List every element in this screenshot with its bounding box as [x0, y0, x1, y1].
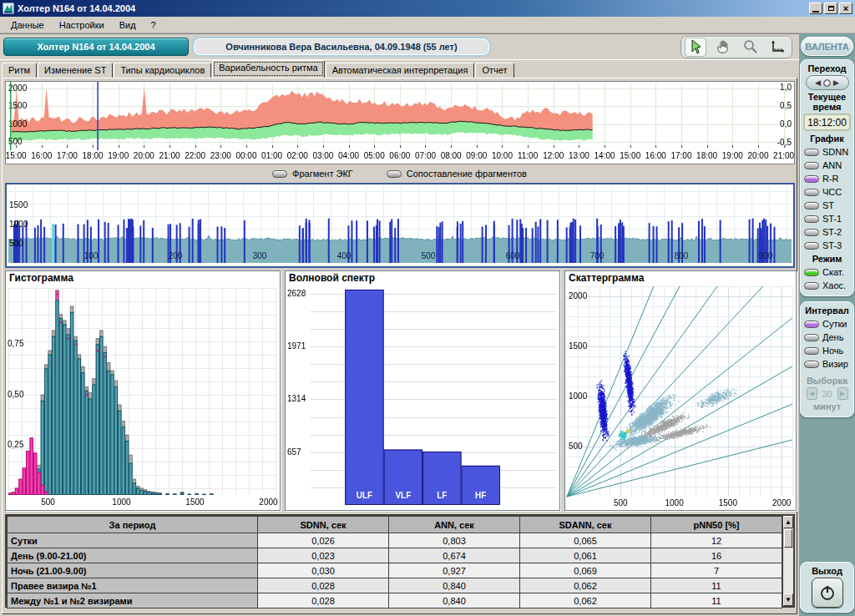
scattergram-canvas[interactable]	[565, 285, 796, 508]
prev-arrow-icon[interactable]: ◀	[815, 78, 821, 87]
value-cell: 0,062	[520, 593, 651, 608]
option-день[interactable]: День	[802, 331, 852, 344]
sample-prev-icon[interactable]: ◀	[807, 387, 817, 400]
period-cell: Ночь (21.00-9.00)	[8, 563, 258, 578]
histogram-canvas[interactable]	[6, 285, 280, 508]
transition-control[interactable]: ◀▶	[806, 75, 849, 90]
window-title: Холтер N164 от 14.04.2004	[18, 3, 809, 13]
led-icon	[804, 229, 819, 236]
scattergram-title: Скаттерграмма	[565, 271, 796, 285]
close-button[interactable]: ×	[839, 3, 852, 14]
value-cell: 0,674	[389, 548, 520, 563]
led-icon	[804, 269, 819, 276]
current-time-label: Текущее время	[802, 92, 852, 112]
value-cell: 0,062	[520, 578, 651, 593]
value-cell: 0,840	[389, 593, 520, 608]
rr-strip-canvas[interactable]	[7, 184, 793, 265]
value-cell: 0,061	[520, 548, 651, 563]
option-sdnn[interactable]: SDNN	[802, 145, 852, 159]
exit-panel: Выход	[800, 562, 854, 613]
option-ann[interactable]: ANN	[802, 159, 852, 172]
header-bar: Холтер N164 от 14.04.2004 Овчинникова Ве…	[0, 33, 799, 60]
value-cell: 0,026	[258, 533, 389, 548]
value-cell: 0,023	[258, 548, 389, 563]
option-st[interactable]: ST	[802, 199, 852, 212]
close-icon: ×	[843, 4, 848, 13]
table-row[interactable]: День (9.00-21.00)0,0230,6740,06116	[8, 548, 782, 563]
option-визир[interactable]: Визир	[802, 357, 852, 371]
menu-item-1[interactable]: Данные	[3, 18, 52, 32]
zoom-tool-button[interactable]	[740, 38, 761, 57]
exit-button[interactable]	[812, 578, 843, 608]
scroll-up-icon[interactable]: ▲	[783, 516, 793, 528]
value-cell: 11	[651, 578, 782, 593]
value-cell: 0,840	[389, 578, 520, 593]
cursor-tool-button[interactable]	[685, 38, 706, 57]
sidebar: ВАЛЕНТА Переход ◀▶ Текущее время 18:12:0…	[799, 33, 855, 616]
led-icon	[804, 189, 819, 196]
table-row[interactable]: Сутки0,0260,8030,06512	[8, 533, 782, 548]
minimize-icon	[812, 11, 819, 13]
menu-bar: ДанныеНастройкиВид?	[0, 17, 855, 33]
option-st-2[interactable]: ST-2	[802, 225, 852, 239]
tab-3[interactable]: Типы кардиоциклов	[114, 63, 211, 78]
led-icon	[804, 321, 819, 328]
study-button[interactable]: Холтер N164 от 14.04.2004	[3, 38, 189, 56]
led-icon	[804, 175, 819, 183]
led-icon	[804, 334, 819, 341]
scroll-down-icon[interactable]: ▼	[783, 593, 793, 606]
pan-tool-button[interactable]	[712, 38, 734, 57]
menu-item-3[interactable]: Вид	[112, 18, 144, 32]
rr-strip-chart	[5, 183, 795, 268]
value-cell: 0,069	[520, 563, 651, 578]
value-cell: 0,028	[258, 593, 389, 608]
table-row[interactable]: Между №1 и №2 визирами0,0280,8400,06211	[8, 593, 782, 608]
sample-unit: минут	[802, 401, 852, 412]
tab-bar: РитмИзменение STТипы кардиоцикловВариабе…	[0, 60, 799, 78]
compare-fragments-button[interactable]: Сопоставление фрагментов	[387, 169, 527, 179]
option-st-1[interactable]: ST-1	[802, 212, 852, 225]
option-скат-[interactable]: Скат.	[802, 265, 852, 279]
col-header-2: SDNN, сек	[258, 517, 389, 533]
option-r-r[interactable]: R-R	[802, 172, 852, 185]
value-cell: 0,065	[520, 533, 651, 548]
minimize-button[interactable]	[809, 3, 822, 14]
sample-next-icon[interactable]: ▶	[837, 387, 848, 400]
app-icon	[3, 3, 14, 14]
tab-4[interactable]: Вариабельность ритма	[212, 60, 324, 78]
fragment-buttons-row: Фрагмент ЭКГ Сопоставление фрагментов	[5, 165, 794, 182]
option-чсс[interactable]: ЧСС	[802, 185, 852, 199]
table-scrollbar[interactable]: ▲ ▼	[782, 516, 793, 606]
rr-trend-canvas[interactable]	[6, 82, 794, 162]
scroll-thumb[interactable]	[784, 529, 792, 548]
menu-item-2[interactable]: Настройки	[52, 18, 112, 32]
period-cell: Правее визира №1	[8, 578, 258, 593]
period-cell: День (9.00-21.00)	[8, 548, 258, 563]
scale-tool-button[interactable]	[767, 38, 789, 57]
table-row[interactable]: Ночь (21.00-9.00)0,0300,9270,0697	[8, 563, 782, 578]
exit-label: Выход	[802, 566, 852, 576]
option-ночь[interactable]: Ночь	[802, 344, 852, 357]
patient-info: Овчинникова Вера Васильевна, 04.09.1948 …	[192, 37, 491, 57]
sample-label: Выборка	[802, 376, 852, 386]
led-icon	[804, 282, 819, 290]
led-icon	[804, 162, 819, 169]
option-хаос-[interactable]: Хаос.	[802, 279, 852, 292]
valenta-button[interactable]: ВАЛЕНТА	[801, 37, 853, 56]
histogram-title: Гистограмма	[6, 271, 280, 285]
option-st-3[interactable]: ST-3	[802, 239, 852, 252]
ecg-fragment-button[interactable]: Фрагмент ЭКГ	[272, 169, 353, 179]
ecg-fragment-led-icon	[272, 170, 287, 178]
tab-2[interactable]: Изменение ST	[38, 63, 113, 78]
current-time-value: 18:12:00	[803, 114, 851, 131]
restore-button[interactable]	[824, 3, 837, 14]
tab-6[interactable]: Отчет	[475, 63, 514, 78]
next-arrow-icon[interactable]: ▶	[833, 78, 839, 87]
spectrum-canvas[interactable]	[286, 285, 559, 508]
tab-1[interactable]: Ритм	[2, 63, 37, 78]
led-icon	[804, 215, 819, 223]
menu-item-4[interactable]: ?	[144, 18, 164, 32]
tab-5[interactable]: Автоматическая интерпретация	[326, 63, 475, 78]
option-сутки[interactable]: Сутки	[802, 317, 852, 331]
table-row[interactable]: Правее визира №10,0280,8400,06211	[8, 578, 782, 593]
